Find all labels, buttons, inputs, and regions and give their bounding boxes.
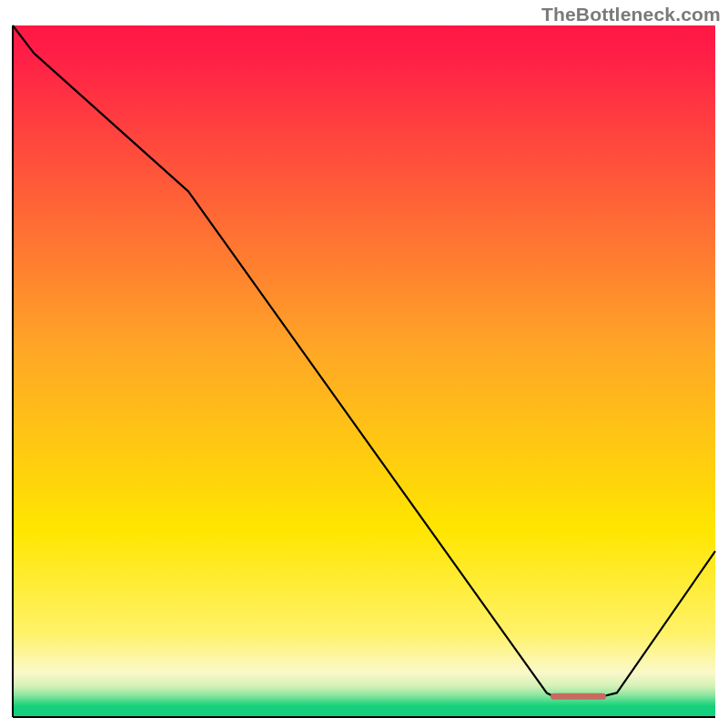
bottleneck-chart bbox=[0, 0, 728, 728]
attribution-label: TheBottleneck.com bbox=[541, 4, 721, 25]
chart-container: TheBottleneck.com bbox=[0, 0, 728, 728]
